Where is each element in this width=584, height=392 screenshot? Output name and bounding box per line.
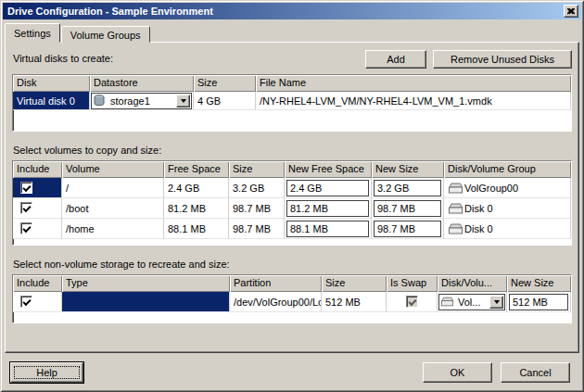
is-swap-cell [387,292,438,312]
new-size-input[interactable] [374,180,441,196]
volume-row: / 2.4 GB 3.2 GB VolGroup00 [13,178,571,198]
new-free-space-input[interactable] [286,180,369,196]
tab-volume-groups[interactable]: Volume Groups [61,26,150,43]
new-size-cell [372,219,444,239]
disk-icon [439,297,454,307]
footer-left: Help [10,362,83,383]
disk-volume-group-value: Disk 0 [464,203,493,214]
column-header-volume: Volume [62,161,164,178]
column-header-include: Include [13,161,62,178]
settings-tab-page: Virtual disks to create: Add Remove Unus… [5,42,579,353]
window-title: Drive Configuration - Sample Environment [6,6,564,17]
non-volume-table: Include Type Partition Size Is Swap Disk… [12,274,572,323]
chevron-down-icon [181,99,186,103]
volume-cell[interactable]: / [62,178,164,198]
close-button[interactable] [564,5,578,18]
column-header-size: Size [322,275,387,292]
disk-volume-dropdown-button[interactable] [489,296,503,309]
free-space-cell[interactable]: 81.2 MB [164,198,229,219]
partition-cell[interactable]: /dev/VolGroup00/Lo... [230,292,322,312]
virtual-disks-buttons: Add Remove Unused Disks [365,50,572,69]
disk-volume-group-cell[interactable]: Disk 0 [444,219,571,239]
include-cell[interactable] [13,198,62,219]
size-cell[interactable]: 98.7 MB [229,219,285,239]
include-checkbox[interactable] [20,296,32,308]
disk-volume-group-value: Disk 0 [464,223,493,234]
size-cell[interactable]: 512 MB [322,292,387,312]
column-header-new-free-space: New Free Space [285,161,372,178]
virtual-disks-section-head: Virtual disks to create: Add Remove Unus… [12,50,572,69]
tab-strip: Settings Volume Groups [5,23,151,42]
column-header-disk-volume: Disk/Volu... [438,275,507,292]
free-space-cell[interactable]: 88.1 MB [164,219,229,239]
footer-right: OK Cancel [423,362,570,383]
size-cell[interactable]: 4 GB [194,92,256,110]
new-size-input[interactable] [374,200,441,217]
disk-volume-group-value: VolGroup00 [464,183,518,194]
help-button[interactable]: Help [10,362,83,383]
is-swap-checkbox [406,296,418,308]
disk-icon [448,203,463,214]
column-header-file-name: File Name [256,75,571,92]
column-header-is-swap: Is Swap [387,275,438,292]
datastore-value: storage1 [108,95,176,107]
type-cell[interactable] [62,292,230,312]
virtual-disks-header-row: Disk Datastore Size File Name [13,75,571,92]
new-size-input[interactable] [509,294,568,310]
free-space-cell[interactable]: 2.4 GB [164,178,229,198]
column-header-free-space: Free Space [164,161,229,178]
file-name-cell[interactable]: /NY-RHEL4-LVM_VM/NY-RHEL4-LVM_VM_1.vmdk [256,92,571,110]
include-checkbox[interactable] [20,202,32,214]
volumes-table: Include Volume Free Space Size New Free … [12,160,572,246]
title-bar[interactable]: Drive Configuration - Sample Environment [3,3,581,19]
column-header-datastore: Datastore [90,75,194,92]
datastore-combobox[interactable]: storage1 [91,93,192,109]
new-free-space-input[interactable] [286,221,369,237]
drive-configuration-dialog: Drive Configuration - Sample Environment… [0,0,584,392]
remove-unused-disks-button[interactable]: Remove Unused Disks [433,50,572,69]
new-size-cell [372,178,444,198]
virtual-disk-row: Virtual disk 0 storage1 [13,92,571,110]
new-size-input[interactable] [374,221,441,237]
disk-icon [448,183,463,194]
include-cell[interactable] [13,178,62,198]
volume-row: /boot 81.2 MB 98.7 MB Disk 0 [13,198,571,219]
tab-settings[interactable]: Settings [5,23,60,43]
volumes-label: Select volumes to copy and size: [13,145,572,156]
ok-button[interactable]: OK [423,362,492,383]
include-cell[interactable] [13,292,62,312]
column-header-type: Type [62,275,230,292]
new-free-space-input[interactable] [286,200,369,217]
size-cell[interactable]: 98.7 MB [229,198,285,219]
disk-volume-cell: Vol... [438,292,507,312]
column-header-include: Include [13,275,62,292]
disk-volume-group-cell[interactable]: Disk 0 [444,198,571,219]
non-volume-label: Select non-volume storage to recreate an… [13,259,572,270]
non-volume-row: /dev/VolGroup00/Lo... 512 MB Vol... [13,292,571,312]
include-cell[interactable] [13,219,62,239]
column-header-new-size: New Size [507,275,571,292]
new-free-space-cell [285,219,372,239]
virtual-disks-label: Virtual disks to create: [13,53,113,64]
virtual-disks-table: Disk Datastore Size File Name Virtual di… [12,74,572,132]
disk-volume-group-cell[interactable]: VolGroup00 [444,178,571,198]
volume-cell[interactable]: /home [62,219,164,239]
volume-cell[interactable]: /boot [62,198,164,219]
chevron-down-icon [494,300,500,304]
column-header-size: Size [194,75,256,92]
size-cell[interactable]: 3.2 GB [229,178,285,198]
new-size-cell [372,198,444,219]
include-checkbox[interactable] [20,182,32,194]
new-free-space-cell [285,178,372,198]
include-checkbox[interactable] [20,222,32,234]
volumes-header-row: Include Volume Free Space Size New Free … [13,161,571,178]
disk-cell[interactable]: Virtual disk 0 [13,92,90,110]
datastore-dropdown-button[interactable] [176,95,190,107]
cancel-button[interactable]: Cancel [501,362,570,383]
column-header-partition: Partition [230,275,322,292]
volume-row: /home 88.1 MB 98.7 MB Disk 0 [13,219,571,239]
add-button[interactable]: Add [365,50,426,69]
disk-volume-combobox[interactable]: Vol... [438,294,505,310]
column-header-new-size: New Size [372,161,444,178]
datastore-icon [92,95,107,107]
